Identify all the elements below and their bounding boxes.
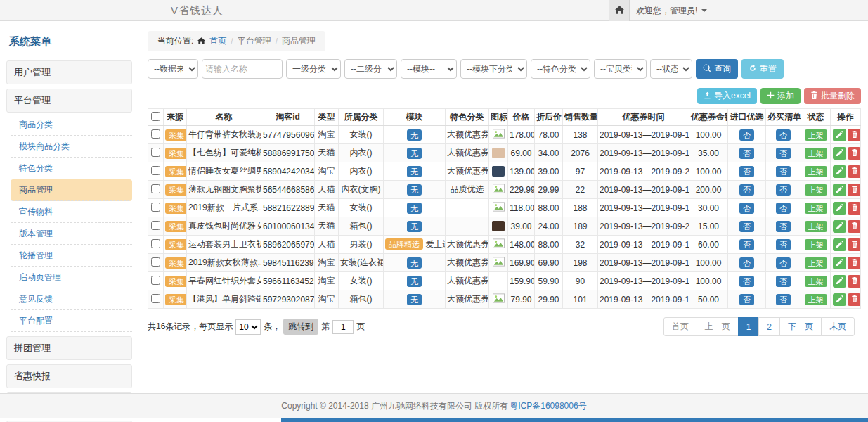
status-badge[interactable]: 上架 <box>805 221 827 232</box>
page-number-input[interactable] <box>332 320 354 334</box>
user-menu[interactable]: 欢迎您，管理员! <box>636 0 707 21</box>
status-badge[interactable]: 上架 <box>805 148 827 159</box>
sidebar-item[interactable]: 版本管理 <box>11 223 132 245</box>
row-checkbox[interactable] <box>151 239 160 248</box>
imported-badge[interactable]: 否 <box>739 184 754 196</box>
sidebar-group-toggle[interactable]: 平台管理 <box>6 89 132 113</box>
page-button[interactable]: 1 <box>738 317 760 336</box>
filter-select[interactable]: --状态-- <box>650 59 692 79</box>
delete-button[interactable] <box>848 238 861 251</box>
status-badge[interactable]: 上架 <box>805 239 827 250</box>
delete-button[interactable] <box>848 184 861 196</box>
must-buy-badge[interactable]: 否 <box>776 166 791 177</box>
row-checkbox[interactable] <box>151 294 160 303</box>
must-buy-badge[interactable]: 否 <box>776 203 791 214</box>
imported-badge[interactable]: 否 <box>739 203 754 214</box>
delete-button[interactable] <box>848 202 861 215</box>
imported-badge[interactable]: 否 <box>739 166 754 177</box>
imported-badge[interactable]: 否 <box>739 294 754 305</box>
sidebar-item[interactable]: 平台配置 <box>11 310 132 332</box>
must-buy-badge[interactable]: 否 <box>776 184 791 196</box>
imported-badge[interactable]: 否 <box>739 276 754 287</box>
row-checkbox[interactable] <box>151 184 160 193</box>
must-buy-badge[interactable]: 否 <box>776 239 791 250</box>
delete-button[interactable] <box>848 220 861 233</box>
filter-select[interactable]: 一级分类 <box>286 59 341 79</box>
filter-select[interactable]: --模块-- <box>401 59 457 79</box>
batch-delete-button[interactable]: 批量删除 <box>804 88 861 104</box>
row-checkbox[interactable] <box>151 129 160 139</box>
delete-button[interactable] <box>848 147 861 160</box>
imported-badge[interactable]: 否 <box>739 148 754 159</box>
sidebar-item[interactable]: 意见反馈 <box>11 288 132 310</box>
page-button[interactable]: 上一页 <box>697 317 739 336</box>
page-button[interactable]: 首页 <box>663 317 697 336</box>
must-buy-badge[interactable]: 否 <box>776 294 791 305</box>
status-badge[interactable]: 上架 <box>805 166 827 177</box>
edit-button[interactable] <box>833 220 846 233</box>
row-checkbox[interactable] <box>151 166 160 175</box>
delete-button[interactable] <box>848 293 861 306</box>
filter-select[interactable]: --宝贝类型-- <box>594 59 647 79</box>
imported-badge[interactable]: 否 <box>739 221 754 232</box>
must-buy-badge[interactable]: 否 <box>776 148 791 159</box>
edit-button[interactable] <box>833 147 846 160</box>
row-checkbox[interactable] <box>151 276 160 285</box>
sidebar-item[interactable]: 特色分类 <box>11 158 132 179</box>
filter-select[interactable]: --特色分类-- <box>531 59 590 79</box>
edit-button[interactable] <box>833 129 846 141</box>
icp-link[interactable]: 粤ICP备16098006号 <box>510 400 586 412</box>
sidebar-item[interactable]: 商品管理 <box>11 179 132 201</box>
status-badge[interactable]: 上架 <box>805 276 827 287</box>
delete-button[interactable] <box>848 165 861 178</box>
page-button[interactable]: 2 <box>758 317 780 336</box>
imported-badge[interactable]: 否 <box>739 257 754 269</box>
sidebar-group-toggle[interactable]: 省惠快报 <box>6 364 132 388</box>
status-badge[interactable]: 上架 <box>805 129 827 141</box>
filter-select[interactable]: --二级分类-- <box>344 59 397 79</box>
edit-button[interactable] <box>833 184 846 196</box>
jump-button[interactable]: 跳转到 <box>283 319 318 335</box>
edit-button[interactable] <box>833 293 846 306</box>
sidebar-item[interactable]: 轮播管理 <box>11 245 132 267</box>
status-badge[interactable]: 上架 <box>805 184 827 196</box>
filter-select[interactable]: --模块下分类-- <box>460 59 527 79</box>
row-checkbox[interactable] <box>151 148 160 157</box>
must-buy-badge[interactable]: 否 <box>776 276 791 287</box>
delete-button[interactable] <box>848 129 861 141</box>
delete-button[interactable] <box>848 275 861 288</box>
status-badge[interactable]: 上架 <box>805 203 827 214</box>
sidebar-item[interactable]: 启动页管理 <box>11 267 132 288</box>
delete-button[interactable] <box>848 257 861 269</box>
must-buy-badge[interactable]: 否 <box>776 129 791 141</box>
add-button[interactable]: 添加 <box>760 88 801 104</box>
sidebar-item[interactable]: 宣传物料 <box>11 201 132 223</box>
select-all-checkbox[interactable] <box>151 112 160 121</box>
page-button[interactable]: 下一页 <box>779 317 822 336</box>
status-badge[interactable]: 上架 <box>805 294 827 305</box>
edit-button[interactable] <box>833 165 846 178</box>
status-badge[interactable]: 上架 <box>805 257 827 269</box>
edit-button[interactable] <box>833 275 846 288</box>
edit-button[interactable] <box>833 202 846 215</box>
edit-button[interactable] <box>833 257 846 269</box>
sidebar-item[interactable]: 商品分类 <box>11 114 132 136</box>
import-excel-button[interactable]: 导入excel <box>697 88 757 104</box>
per-page-select[interactable]: 10 <box>235 319 261 335</box>
reset-button[interactable]: 重置 <box>741 59 784 79</box>
sidebar-group-toggle[interactable]: 用户管理 <box>6 60 132 84</box>
imported-badge[interactable]: 否 <box>739 239 754 250</box>
search-button[interactable]: 查询 <box>696 59 738 79</box>
page-button[interactable]: 末页 <box>821 317 855 336</box>
home-button[interactable] <box>609 0 630 21</box>
breadcrumb-home-link[interactable]: 首页 <box>209 35 226 47</box>
must-buy-badge[interactable]: 否 <box>776 221 791 232</box>
imported-badge[interactable]: 否 <box>739 129 754 141</box>
row-checkbox[interactable] <box>151 203 160 212</box>
data-source-select[interactable]: --数据来源-- <box>148 59 198 79</box>
sidebar-group-toggle[interactable]: 拼团管理 <box>6 336 132 360</box>
name-search-input[interactable] <box>202 59 283 79</box>
row-checkbox[interactable] <box>151 221 160 230</box>
row-checkbox[interactable] <box>151 257 160 267</box>
edit-button[interactable] <box>833 238 846 251</box>
